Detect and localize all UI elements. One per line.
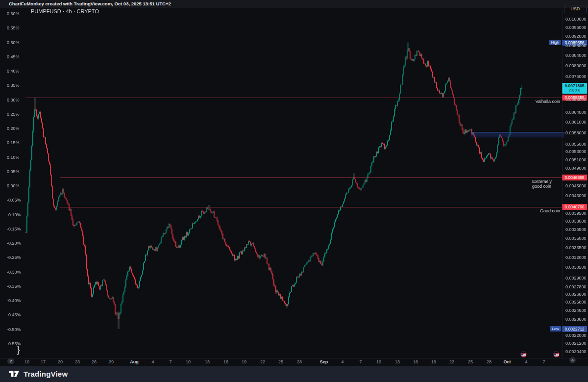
symbol-legend[interactable]: PUMPFUSD · 4h · CRYPTO [31, 8, 99, 14]
price-tick-label: 0.0055000 [565, 142, 587, 147]
low-price-badge: 0.0022712 [562, 326, 587, 332]
time-tick-label: 20 [58, 359, 63, 364]
price-tick-label: 0.0023800 [565, 317, 587, 322]
low-label-pill: Low [550, 326, 561, 331]
percent-tick-label: 0.40% [7, 69, 20, 74]
percent-tick-label: -0.45% [7, 312, 21, 317]
time-tick-label: 7 [169, 359, 172, 364]
time-tick-label: 13 [395, 359, 400, 364]
curly-brace-glyph: } [17, 344, 20, 356]
time-tick-label: Sep [320, 359, 328, 364]
horizontal-line-label: Valhalla coin [536, 99, 560, 104]
price-tick-label: 0.0084000 [565, 53, 587, 58]
time-tick-label: 4 [151, 359, 154, 364]
time-tick-label: 19 [242, 359, 246, 364]
price-tick-label: 0.0058000 [565, 130, 587, 135]
bar-countdown: 08:38 [562, 88, 587, 93]
percent-tick-label: 0.25% [7, 112, 20, 117]
economic-event-us-flag-icon[interactable] [553, 351, 560, 357]
price-tick-label: 0.0064000 [565, 110, 587, 115]
percent-tick-label: -0.05% [7, 198, 21, 203]
time-tick-label: 4 [525, 359, 527, 364]
percent-tick-label: -0.30% [7, 270, 21, 275]
percent-tick-label: 0.05% [7, 169, 20, 174]
percent-tick-label: 0.35% [7, 83, 20, 88]
price-tick-label: 0.0049000 [565, 166, 587, 171]
price-tick-label: 0.0043000 [565, 193, 587, 198]
percent-tick-label: -0.20% [7, 241, 21, 246]
price-tick-label: 0.0033500 [565, 245, 587, 250]
time-tick-label: 25 [468, 359, 473, 364]
price-tick-label: 0.0088000 [565, 43, 587, 48]
price-tick-label: 0.0020400 [565, 349, 587, 354]
price-tick-label: 0.0027800 [565, 284, 587, 289]
percent-tick-label: -0.10% [7, 212, 21, 217]
time-tick-label: 4 [341, 359, 343, 364]
price-tick-label: 0.0025800 [565, 300, 587, 305]
tradingview-chart-window: ChartFuMonkey created with TradingView.c… [0, 0, 588, 382]
price-tick-label: 0.0032000 [565, 255, 587, 260]
time-tick-label: Oct [503, 359, 511, 364]
tradingview-wordmark[interactable]: TradingView [24, 370, 68, 378]
horizontal-line-drawing[interactable] [25, 98, 563, 98]
price-tick-label: 0.0051000 [565, 157, 587, 162]
percent-tick-label: -0.25% [7, 255, 21, 260]
price-tick-label: 0.0038000 [565, 219, 587, 224]
time-tick-label: Aug [130, 359, 139, 364]
economic-event-us-flag-icon[interactable] [520, 351, 527, 357]
percent-tick-label: 0.10% [7, 155, 20, 160]
time-tick-label: 23 [75, 359, 80, 364]
high-label-pill: High [549, 40, 561, 45]
price-tick-label: 0.0035000 [565, 236, 587, 241]
time-tick-label: 22 [260, 359, 265, 364]
time-tick-label: 29 [109, 359, 114, 364]
price-tick-label: 0.0026800 [565, 292, 587, 297]
auto-scale-badge[interactable]: A [569, 357, 576, 363]
horizontal-line-label: Extremely good coin [532, 179, 560, 189]
percent-tick-label: 0.00% [7, 183, 20, 188]
price-tick-label: 0.0092000 [565, 34, 587, 39]
horizontal-line-drawing[interactable] [60, 178, 563, 178]
time-tick-label: 16 [223, 359, 228, 364]
price-tick-label: 0.0021200 [565, 341, 587, 346]
time-tick-label: 26 [92, 359, 97, 364]
tradingview-logo-icon[interactable] [9, 370, 20, 378]
price-tick-label: 0.0096000 [565, 25, 587, 30]
price-tick-label: 0.0080000 [565, 63, 587, 68]
percent-tick-label: 0.55% [7, 25, 20, 30]
time-tick-label: 7 [359, 359, 362, 364]
candlestick-chart-canvas[interactable] [0, 8, 563, 358]
last-price-badge: 0.007180508:38 [562, 83, 587, 94]
price-tick-label: 0.0061000 [565, 120, 587, 125]
price-tick-label: 0.0068000 [565, 97, 587, 102]
time-tick-label: 10 [24, 359, 29, 364]
percent-tick-label: 0.20% [7, 126, 20, 131]
price-axis-currency-toggle[interactable]: USD [564, 5, 587, 13]
percent-tick-label: -0.40% [7, 298, 21, 303]
level-price-badge: 0.0040700 [562, 204, 587, 210]
time-tick-label: 10 [186, 359, 191, 364]
price-tick-label: 0.0076000 [565, 74, 587, 79]
price-range-box-drawing[interactable] [471, 132, 564, 137]
time-axis-border [0, 358, 588, 358]
percent-tick-label: -0.15% [7, 227, 21, 231]
percent-tick-label: 0.15% [7, 140, 20, 145]
percent-tick-label: -0.35% [7, 284, 21, 289]
credit-text: ChartFuMonkey created with TradingView.c… [9, 1, 171, 6]
time-tick-label: 28 [297, 359, 302, 364]
time-tick-label: 7 [542, 359, 545, 364]
cutoff-date-pill: 2 [7, 358, 14, 364]
time-tick-label: 17 [41, 359, 46, 364]
percent-tick-label: 0.60% [7, 11, 20, 16]
time-tick-label: 28 [487, 359, 491, 364]
percent-tick-label: -0.50% [7, 327, 21, 332]
horizontal-line-label: Good coin [540, 208, 560, 213]
price-tick-label: 0.0045000 [565, 183, 587, 188]
horizontal-line-drawing[interactable] [59, 207, 563, 207]
level-price-badge: 0.0046869 [562, 175, 587, 180]
price-tick-label: 0.0022000 [565, 333, 587, 338]
time-tick-label: 22 [449, 359, 454, 364]
price-tick-label: 0.0030500 [565, 265, 587, 270]
time-tick-label: 13 [205, 359, 210, 364]
percent-tick-label: 0.50% [7, 40, 20, 45]
